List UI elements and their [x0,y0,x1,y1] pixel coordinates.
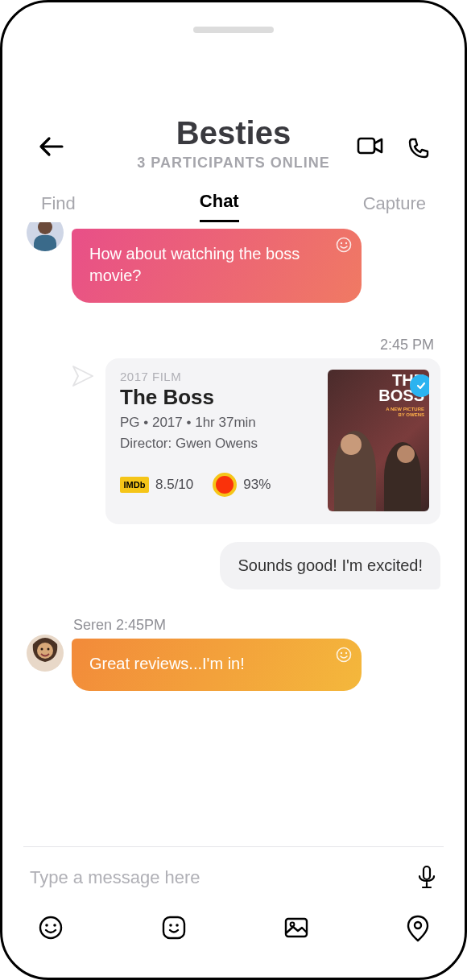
imdb-badge: IMDb [120,477,149,493]
tab-find[interactable]: Find [41,193,76,222]
message-timestamp: 2:45 PM [27,337,440,354]
svg-point-22 [291,923,295,927]
movie-title: The Boss [120,385,320,410]
smile-icon [336,237,352,253]
react-button[interactable] [336,237,352,253]
location-pin-icon [407,915,429,942]
svg-point-11 [337,648,351,662]
emoji-button[interactable] [38,915,64,942]
movie-tag: 2017 FILM [120,370,320,383]
poster-subtitle: A NEW PICTUREBY OWENS [386,407,424,417]
avatar-image [27,222,64,251]
rt-rating: 93% [243,477,271,493]
arrow-left-icon [38,135,65,158]
smile-icon [336,647,352,663]
svg-point-16 [45,924,48,927]
message-bubble[interactable]: How about watching the boss movie? [72,229,362,303]
chat-header: Besties 3 PARTICIPANTS ONLINE [2,2,465,172]
image-icon [283,915,309,941]
rotten-tomatoes-badge [213,473,237,497]
composer-input-row [30,865,437,891]
movie-ratings: IMDb 8.5/10 93% [120,473,320,497]
sticker-button[interactable] [161,915,187,942]
message-input[interactable] [30,867,416,888]
smile-icon [38,915,64,941]
check-icon [415,380,427,391]
avatar-image [27,635,64,672]
participants-online: 3 PARTICIPANTS ONLINE [2,155,465,172]
movie-poster: THEBOSS A NEW PICTUREBY OWENS [328,370,429,511]
svg-rect-14 [424,866,430,879]
composer [2,847,465,978]
imdb-rating: 8.5/10 [155,477,193,493]
microphone-icon [416,865,437,891]
svg-point-5 [341,242,342,244]
message-text: Great reviews...I'm in! [89,655,245,672]
movie-director: Director: Gwen Owens [120,436,320,452]
poster-figures [328,423,429,511]
message-row: How about watching the boss movie? [27,229,440,303]
svg-point-6 [345,242,347,244]
svg-point-15 [40,917,61,938]
svg-point-19 [169,924,172,927]
avatar[interactable] [27,222,64,251]
sticker-icon [161,915,187,941]
movie-info: 2017 FILM The Boss PG • 2017 • 1hr 37min… [120,370,328,511]
svg-rect-21 [286,919,307,937]
composer-actions [30,891,437,978]
svg-point-12 [341,652,342,654]
location-button[interactable] [407,915,429,942]
svg-point-10 [48,648,50,651]
gallery-button[interactable] [283,915,309,942]
messages-list[interactable]: How about watching the boss movie? 2:45 … [2,222,465,825]
voice-input-button[interactable] [416,865,437,891]
svg-point-17 [53,924,56,927]
svg-point-20 [176,924,179,927]
message-row-self: Sounds good! I'm excited! [27,542,440,589]
back-button[interactable] [38,135,65,158]
message-bubble-self[interactable]: Sounds good! I'm excited! [220,542,440,589]
tab-capture[interactable]: Capture [363,193,426,222]
video-icon [357,135,384,156]
avatar[interactable] [27,635,64,672]
svg-rect-3 [34,235,56,251]
movie-card-row: 2017 FILM The Boss PG • 2017 • 1hr 37min… [27,358,440,524]
tab-chat[interactable]: Chat [200,191,239,222]
svg-point-9 [41,648,43,651]
movie-meta: PG • 2017 • 1hr 37min [120,415,320,431]
message-row: Seren 2:45PM Great reviews...I'm in! [27,617,440,691]
voice-call-button[interactable] [408,138,429,159]
phone-icon [408,138,429,159]
poster-check-badge [410,374,429,397]
message-sender-time: Seren 2:45PM [73,617,440,634]
svg-rect-0 [358,139,374,153]
svg-point-13 [345,652,347,654]
movie-card[interactable]: 2017 FILM The Boss PG • 2017 • 1hr 37min… [105,358,440,524]
svg-rect-18 [163,917,184,938]
video-call-button[interactable] [357,135,384,156]
tabs: Find Chat Capture [2,172,465,222]
svg-point-23 [415,922,421,928]
message-text: Sounds good! I'm excited! [238,556,423,574]
phone-frame: Besties 3 PARTICIPANTS ONLINE Find Chat … [0,0,467,980]
message-text: How about watching the boss movie? [89,245,300,284]
message-bubble[interactable]: Great reviews...I'm in! [72,639,362,691]
send-icon[interactable] [72,365,94,387]
react-button[interactable] [336,647,352,663]
svg-point-4 [337,238,351,252]
chat-title: Besties [2,115,465,151]
